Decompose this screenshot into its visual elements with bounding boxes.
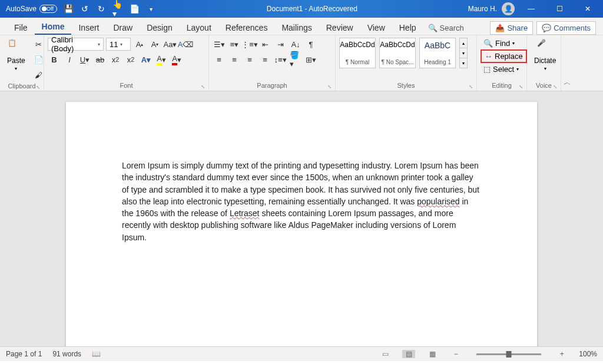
numbering-icon[interactable]: ≡▾ bbox=[228, 38, 241, 51]
document-title: Document1 - AutoRecovered bbox=[156, 5, 468, 13]
minimize-button[interactable]: — bbox=[519, 0, 543, 18]
sort-icon[interactable]: A↓ bbox=[289, 38, 302, 51]
multilevel-list-icon[interactable]: ⋮≡▾ bbox=[243, 38, 256, 51]
style-no-spacing[interactable]: AaBbCcDd ¶ No Spac... bbox=[379, 38, 416, 68]
replace-icon: ↔ bbox=[485, 52, 492, 61]
align-center-icon[interactable]: ≡ bbox=[228, 53, 241, 66]
quick-print-icon[interactable]: 📄 bbox=[129, 4, 140, 14]
read-mode-icon[interactable]: ▭ bbox=[379, 350, 392, 358]
avatar[interactable]: 👤 bbox=[502, 2, 515, 15]
zoom-out-icon[interactable]: − bbox=[449, 350, 462, 358]
copy-icon[interactable]: 📄 bbox=[32, 53, 45, 66]
tab-layout[interactable]: Layout bbox=[180, 19, 218, 35]
tab-help[interactable]: Help bbox=[392, 19, 423, 35]
bullets-icon[interactable]: ☰▾ bbox=[213, 38, 226, 51]
select-icon: ⬚ bbox=[483, 65, 491, 74]
shrink-font-icon[interactable]: A▾ bbox=[148, 38, 161, 51]
bold-button[interactable]: B bbox=[48, 53, 61, 66]
zoom-value[interactable]: 100% bbox=[579, 350, 597, 358]
style-heading1[interactable]: AaBbC Heading 1 bbox=[419, 38, 456, 68]
tab-insert[interactable]: Insert bbox=[71, 19, 106, 35]
replace-button[interactable]: ↔Replace bbox=[481, 49, 527, 63]
tab-design[interactable]: Design bbox=[140, 19, 180, 35]
proofing-icon[interactable]: 📖 bbox=[92, 350, 101, 358]
maximize-button[interactable]: ☐ bbox=[548, 0, 571, 18]
zoom-slider[interactable] bbox=[476, 353, 541, 355]
tab-home[interactable]: Home bbox=[35, 18, 72, 35]
style-normal[interactable]: AaBbCcDd ¶ Normal bbox=[339, 38, 376, 68]
redo-icon[interactable]: ↻ bbox=[96, 4, 107, 14]
close-button[interactable]: ✕ bbox=[576, 0, 599, 18]
ribbon: 📋 Paste ▾ ✂ 📄 🖌 Clipboard Calibri (Body)… bbox=[0, 35, 603, 91]
clear-format-icon[interactable]: A⌫ bbox=[179, 38, 192, 51]
align-right-icon[interactable]: ≡ bbox=[243, 53, 256, 66]
superscript-button[interactable]: x2 bbox=[124, 53, 137, 66]
decrease-indent-icon[interactable]: ⇤ bbox=[259, 38, 271, 51]
zoom-thumb[interactable] bbox=[506, 351, 512, 358]
shading-icon[interactable]: 🪣▾ bbox=[289, 53, 302, 66]
tab-mailings[interactable]: Mailings bbox=[274, 19, 319, 35]
ribbon-tabs: File Home Insert Draw Design Layout Refe… bbox=[0, 18, 603, 35]
grow-font-icon[interactable]: A▴ bbox=[133, 38, 146, 51]
show-marks-icon[interactable]: ¶ bbox=[304, 38, 317, 51]
doc-spell-2[interactable]: Letraset bbox=[230, 209, 260, 218]
style-nospac-preview: AaBbCcDd bbox=[380, 41, 415, 49]
comments-label: Comments bbox=[554, 24, 591, 32]
undo-icon[interactable]: ↺ bbox=[79, 4, 90, 14]
document-area[interactable]: Lorem Ipsum is simply dummy text of the … bbox=[0, 91, 603, 346]
find-icon: 🔍 bbox=[483, 39, 493, 48]
tab-references[interactable]: References bbox=[218, 19, 275, 35]
justify-icon[interactable]: ≡ bbox=[259, 53, 271, 66]
zoom-in-icon[interactable]: + bbox=[555, 350, 568, 358]
cut-icon[interactable]: ✂ bbox=[32, 38, 45, 51]
paste-button[interactable]: 📋 Paste ▾ bbox=[4, 38, 29, 72]
search[interactable]: 🔍Search bbox=[423, 21, 469, 35]
font-color-icon[interactable]: A▾ bbox=[170, 53, 183, 66]
increase-indent-icon[interactable]: ⇥ bbox=[274, 38, 287, 51]
title-bar: AutoSave Off 💾 ↺ ↻ 👆▾ 📄 ▾ Document1 - Au… bbox=[0, 0, 603, 18]
save-icon[interactable]: 💾 bbox=[63, 4, 74, 14]
touch-mode-icon[interactable]: 👆▾ bbox=[112, 0, 123, 18]
share-label: Share bbox=[507, 24, 528, 32]
qat-customize-icon[interactable]: ▾ bbox=[145, 6, 156, 12]
paste-label: Paste bbox=[7, 57, 25, 65]
web-layout-icon[interactable]: ▦ bbox=[426, 350, 439, 358]
document-paragraph[interactable]: Lorem Ipsum is simply dummy text of the … bbox=[122, 160, 481, 243]
tab-view[interactable]: View bbox=[360, 19, 392, 35]
style-h1-label: Heading 1 bbox=[424, 59, 451, 65]
styles-group-label: Styles bbox=[339, 81, 473, 91]
tab-draw[interactable]: Draw bbox=[106, 19, 140, 35]
word-count[interactable]: 91 words bbox=[52, 350, 81, 358]
share-button[interactable]: 📤Share bbox=[490, 21, 533, 35]
subscript-button[interactable]: x2 bbox=[109, 53, 122, 66]
font-name-select[interactable]: Calibri (Body)▾ bbox=[48, 38, 104, 51]
tab-review[interactable]: Review bbox=[319, 19, 360, 35]
page[interactable]: Lorem Ipsum is simply dummy text of the … bbox=[66, 102, 537, 346]
editing-group-label: Editing bbox=[481, 81, 523, 91]
font-size-select[interactable]: 11▾ bbox=[106, 38, 131, 51]
align-left-icon[interactable]: ≡ bbox=[213, 53, 226, 66]
find-button[interactable]: 🔍Find▾ bbox=[481, 38, 518, 49]
collapse-ribbon-icon[interactable]: ︿ bbox=[561, 35, 573, 91]
autosave[interactable]: AutoSave Off bbox=[6, 5, 57, 13]
borders-icon[interactable]: ⊞▾ bbox=[304, 53, 317, 66]
format-painter-icon[interactable]: 🖌 bbox=[32, 68, 45, 81]
styles-gallery-nav[interactable]: ▴▾▾ bbox=[459, 38, 468, 68]
print-layout-icon[interactable]: ▤ bbox=[402, 350, 415, 358]
dictate-button[interactable]: 🎤 Dictate ▾ bbox=[531, 38, 559, 72]
tab-file[interactable]: File bbox=[7, 19, 35, 35]
style-normal-label: ¶ Normal bbox=[346, 59, 369, 65]
text-effects-icon[interactable]: A▾ bbox=[140, 53, 153, 66]
change-case-icon[interactable]: Aa▾ bbox=[164, 38, 177, 51]
italic-button[interactable]: I bbox=[63, 53, 76, 66]
user-name[interactable]: Mauro H. bbox=[468, 5, 497, 13]
underline-button[interactable]: U▾ bbox=[78, 53, 91, 66]
line-spacing-icon[interactable]: ↕≡▾ bbox=[274, 53, 287, 66]
comments-button[interactable]: 💬Comments bbox=[536, 21, 596, 35]
doc-spell-1[interactable]: popularised bbox=[417, 197, 459, 206]
strikethrough-button[interactable]: ab bbox=[94, 53, 107, 66]
highlight-icon[interactable]: A▾ bbox=[155, 53, 168, 66]
select-button[interactable]: ⬚Select▾ bbox=[481, 64, 522, 75]
page-indicator[interactable]: Page 1 of 1 bbox=[6, 350, 42, 358]
replace-label: Replace bbox=[495, 52, 523, 61]
